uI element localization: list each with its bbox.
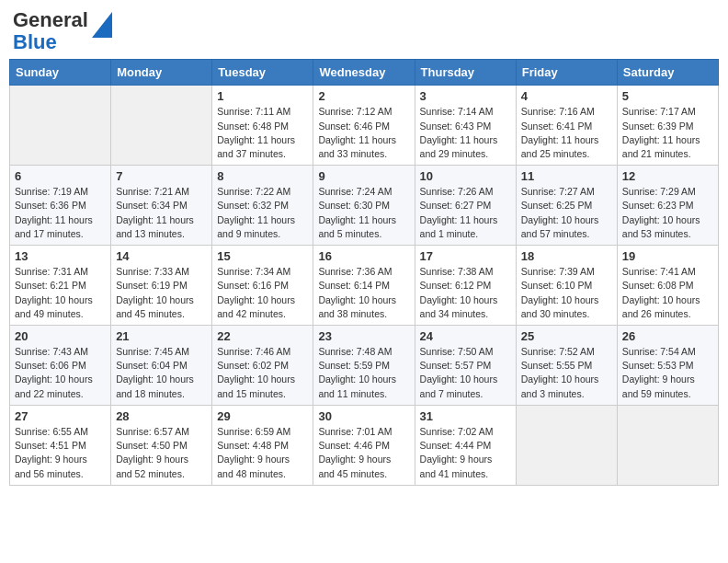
day-info: Sunrise: 7:11 AMSunset: 6:48 PMDaylight:… bbox=[217, 105, 308, 161]
day-number: 14 bbox=[116, 249, 207, 263]
calendar-cell: 26Sunrise: 7:54 AMSunset: 5:53 PMDayligh… bbox=[617, 326, 718, 406]
weekday-header-row: SundayMondayTuesdayWednesdayThursdayFrid… bbox=[10, 60, 719, 86]
day-info: Sunrise: 7:43 AMSunset: 6:06 PMDaylight:… bbox=[15, 345, 106, 401]
day-info: Sunrise: 7:33 AMSunset: 6:19 PMDaylight:… bbox=[116, 265, 207, 321]
day-number: 22 bbox=[217, 329, 308, 343]
calendar-cell: 23Sunrise: 7:48 AMSunset: 5:59 PMDayligh… bbox=[313, 326, 415, 406]
day-number: 18 bbox=[521, 249, 612, 263]
calendar-cell: 24Sunrise: 7:50 AMSunset: 5:57 PMDayligh… bbox=[415, 326, 516, 406]
day-number: 13 bbox=[15, 249, 106, 263]
day-number: 1 bbox=[217, 89, 308, 103]
weekday-header-friday: Friday bbox=[516, 60, 617, 86]
calendar-cell: 20Sunrise: 7:43 AMSunset: 6:06 PMDayligh… bbox=[10, 326, 111, 406]
day-number: 9 bbox=[318, 169, 409, 183]
logo-blue: Blue bbox=[13, 30, 57, 53]
logo-arrow-icon bbox=[92, 12, 112, 38]
day-info: Sunrise: 7:01 AMSunset: 4:46 PMDaylight:… bbox=[318, 425, 409, 481]
calendar-cell: 1Sunrise: 7:11 AMSunset: 6:48 PMDaylight… bbox=[212, 86, 313, 166]
logo-text: General Blue bbox=[13, 9, 88, 53]
weekday-header-monday: Monday bbox=[111, 60, 212, 86]
day-info: Sunrise: 7:39 AMSunset: 6:10 PMDaylight:… bbox=[521, 265, 612, 321]
day-number: 2 bbox=[318, 89, 409, 103]
day-info: Sunrise: 7:27 AMSunset: 6:25 PMDaylight:… bbox=[521, 185, 612, 241]
calendar-cell: 7Sunrise: 7:21 AMSunset: 6:34 PMDaylight… bbox=[111, 166, 212, 246]
day-number: 15 bbox=[217, 249, 308, 263]
day-info: Sunrise: 7:54 AMSunset: 5:53 PMDaylight:… bbox=[622, 345, 713, 401]
day-number: 17 bbox=[420, 249, 511, 263]
day-info: Sunrise: 7:14 AMSunset: 6:43 PMDaylight:… bbox=[420, 105, 511, 161]
calendar-cell: 13Sunrise: 7:31 AMSunset: 6:21 PMDayligh… bbox=[10, 246, 111, 326]
day-info: Sunrise: 6:57 AMSunset: 4:50 PMDaylight:… bbox=[116, 425, 207, 481]
day-info: Sunrise: 7:02 AMSunset: 4:44 PMDaylight:… bbox=[420, 425, 511, 481]
day-number: 25 bbox=[521, 329, 612, 343]
calendar-cell: 14Sunrise: 7:33 AMSunset: 6:19 PMDayligh… bbox=[111, 246, 212, 326]
day-info: Sunrise: 7:38 AMSunset: 6:12 PMDaylight:… bbox=[420, 265, 511, 321]
calendar-cell: 9Sunrise: 7:24 AMSunset: 6:30 PMDaylight… bbox=[313, 166, 415, 246]
weekday-header-sunday: Sunday bbox=[10, 60, 111, 86]
calendar-cell bbox=[10, 86, 111, 166]
calendar-cell: 4Sunrise: 7:16 AMSunset: 6:41 PMDaylight… bbox=[516, 86, 617, 166]
day-info: Sunrise: 7:24 AMSunset: 6:30 PMDaylight:… bbox=[318, 185, 409, 241]
day-info: Sunrise: 7:22 AMSunset: 6:32 PMDaylight:… bbox=[217, 185, 308, 241]
logo: General Blue bbox=[13, 9, 112, 53]
day-info: Sunrise: 7:45 AMSunset: 6:04 PMDaylight:… bbox=[116, 345, 207, 401]
day-info: Sunrise: 7:19 AMSunset: 6:36 PMDaylight:… bbox=[15, 185, 106, 241]
page-header: General Blue bbox=[9, 9, 719, 53]
day-number: 21 bbox=[116, 329, 207, 343]
calendar-week-row: 20Sunrise: 7:43 AMSunset: 6:06 PMDayligh… bbox=[10, 326, 719, 406]
day-number: 11 bbox=[521, 169, 612, 183]
day-info: Sunrise: 7:16 AMSunset: 6:41 PMDaylight:… bbox=[521, 105, 612, 161]
day-number: 29 bbox=[217, 409, 308, 423]
day-number: 8 bbox=[217, 169, 308, 183]
calendar-cell: 12Sunrise: 7:29 AMSunset: 6:23 PMDayligh… bbox=[617, 166, 718, 246]
calendar-cell: 22Sunrise: 7:46 AMSunset: 6:02 PMDayligh… bbox=[212, 326, 313, 406]
day-info: Sunrise: 7:41 AMSunset: 6:08 PMDaylight:… bbox=[622, 265, 713, 321]
calendar-week-row: 27Sunrise: 6:55 AMSunset: 4:51 PMDayligh… bbox=[10, 405, 719, 485]
day-info: Sunrise: 6:59 AMSunset: 4:48 PMDaylight:… bbox=[217, 425, 308, 481]
day-info: Sunrise: 7:17 AMSunset: 6:39 PMDaylight:… bbox=[622, 105, 713, 161]
calendar-week-row: 13Sunrise: 7:31 AMSunset: 6:21 PMDayligh… bbox=[10, 246, 719, 326]
day-number: 12 bbox=[622, 169, 713, 183]
day-info: Sunrise: 7:29 AMSunset: 6:23 PMDaylight:… bbox=[622, 185, 713, 241]
day-info: Sunrise: 7:52 AMSunset: 5:55 PMDaylight:… bbox=[521, 345, 612, 401]
day-info: Sunrise: 7:26 AMSunset: 6:27 PMDaylight:… bbox=[420, 185, 511, 241]
day-info: Sunrise: 7:31 AMSunset: 6:21 PMDaylight:… bbox=[15, 265, 106, 321]
day-number: 20 bbox=[15, 329, 106, 343]
day-number: 19 bbox=[622, 249, 713, 263]
day-number: 26 bbox=[622, 329, 713, 343]
calendar-cell: 11Sunrise: 7:27 AMSunset: 6:25 PMDayligh… bbox=[516, 166, 617, 246]
day-number: 7 bbox=[116, 169, 207, 183]
day-number: 5 bbox=[622, 89, 713, 103]
calendar-cell: 21Sunrise: 7:45 AMSunset: 6:04 PMDayligh… bbox=[111, 326, 212, 406]
day-info: Sunrise: 7:34 AMSunset: 6:16 PMDaylight:… bbox=[217, 265, 308, 321]
calendar-table: SundayMondayTuesdayWednesdayThursdayFrid… bbox=[9, 59, 719, 485]
weekday-header-saturday: Saturday bbox=[617, 60, 718, 86]
day-number: 6 bbox=[15, 169, 106, 183]
calendar-cell: 25Sunrise: 7:52 AMSunset: 5:55 PMDayligh… bbox=[516, 326, 617, 406]
day-info: Sunrise: 7:50 AMSunset: 5:57 PMDaylight:… bbox=[420, 345, 511, 401]
day-number: 10 bbox=[420, 169, 511, 183]
day-info: Sunrise: 7:12 AMSunset: 6:46 PMDaylight:… bbox=[318, 105, 409, 161]
day-number: 4 bbox=[521, 89, 612, 103]
calendar-cell: 2Sunrise: 7:12 AMSunset: 6:46 PMDaylight… bbox=[313, 86, 415, 166]
calendar-week-row: 6Sunrise: 7:19 AMSunset: 6:36 PMDaylight… bbox=[10, 166, 719, 246]
calendar-cell bbox=[516, 405, 617, 485]
day-number: 23 bbox=[318, 329, 409, 343]
calendar-cell: 3Sunrise: 7:14 AMSunset: 6:43 PMDaylight… bbox=[415, 86, 516, 166]
weekday-header-wednesday: Wednesday bbox=[313, 60, 415, 86]
weekday-header-tuesday: Tuesday bbox=[212, 60, 313, 86]
day-number: 24 bbox=[420, 329, 511, 343]
weekday-header-thursday: Thursday bbox=[415, 60, 516, 86]
logo-general: General bbox=[13, 8, 88, 31]
calendar-cell: 10Sunrise: 7:26 AMSunset: 6:27 PMDayligh… bbox=[415, 166, 516, 246]
calendar-cell: 27Sunrise: 6:55 AMSunset: 4:51 PMDayligh… bbox=[10, 405, 111, 485]
day-number: 31 bbox=[420, 409, 511, 423]
calendar-cell: 5Sunrise: 7:17 AMSunset: 6:39 PMDaylight… bbox=[617, 86, 718, 166]
calendar-cell: 18Sunrise: 7:39 AMSunset: 6:10 PMDayligh… bbox=[516, 246, 617, 326]
day-info: Sunrise: 6:55 AMSunset: 4:51 PMDaylight:… bbox=[15, 425, 106, 481]
calendar-cell: 6Sunrise: 7:19 AMSunset: 6:36 PMDaylight… bbox=[10, 166, 111, 246]
day-info: Sunrise: 7:48 AMSunset: 5:59 PMDaylight:… bbox=[318, 345, 409, 401]
svg-marker-0 bbox=[92, 12, 112, 38]
day-number: 30 bbox=[318, 409, 409, 423]
calendar-cell: 31Sunrise: 7:02 AMSunset: 4:44 PMDayligh… bbox=[415, 405, 516, 485]
